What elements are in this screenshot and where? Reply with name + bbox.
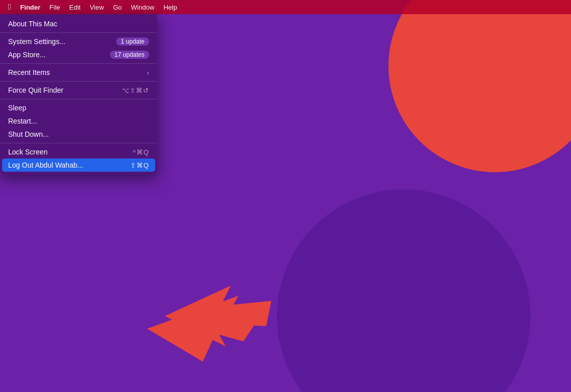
- lock-screen-shortcut: ^⌘Q: [133, 148, 149, 156]
- apple-menu-dropdown: About This Mac System Settings... 1 upda…: [0, 14, 157, 175]
- svg-marker-2: [165, 286, 271, 346]
- menu-item-system-settings[interactable]: System Settings... 1 update: [0, 35, 157, 48]
- menubar-window[interactable]: Window: [127, 3, 158, 12]
- menu-item-shutdown-label: Shut Down...: [8, 130, 149, 138]
- divider-4: [0, 99, 157, 99]
- desktop-blob-dark: [277, 189, 530, 392]
- menu-item-sleep-label: Sleep: [8, 104, 149, 112]
- divider-1: [0, 32, 157, 33]
- red-arrow-annotation: [150, 281, 271, 351]
- menu-item-logout-label: Log Out Abdul Wahab...: [8, 161, 130, 169]
- system-settings-badge: 1 update: [116, 37, 149, 46]
- menu-item-lock-screen[interactable]: Lock Screen ^⌘Q: [0, 145, 157, 159]
- menubar:  Finder File Edit View Go Window Help: [0, 0, 571, 14]
- menu-item-restart[interactable]: Restart...: [0, 114, 157, 128]
- menubar-view[interactable]: View: [86, 3, 108, 12]
- menubar-finder[interactable]: Finder: [16, 3, 45, 12]
- menubar-edit[interactable]: Edit: [65, 3, 85, 12]
- menu-item-shutdown[interactable]: Shut Down...: [0, 128, 157, 141]
- recent-items-arrow-icon: ›: [147, 69, 149, 76]
- divider-2: [0, 63, 157, 64]
- menu-item-force-quit[interactable]: Force Quit Finder ⌥⇧⌘↺: [0, 84, 157, 97]
- menu-item-app-store[interactable]: App Store... 17 updates: [0, 48, 157, 61]
- divider-3: [0, 81, 157, 82]
- app-store-badge: 17 updates: [110, 51, 149, 59]
- desktop-blob-red: [388, 0, 571, 172]
- menu-item-system-settings-label: System Settings...: [8, 37, 116, 46]
- menu-item-app-store-label: App Store...: [8, 51, 110, 59]
- menubar-file[interactable]: File: [46, 3, 64, 12]
- logout-shortcut: ⇧⌘Q: [130, 162, 149, 169]
- menu-item-restart-label: Restart...: [8, 117, 149, 125]
- menu-item-about-label: About This Mac: [8, 20, 149, 28]
- menubar-go[interactable]: Go: [109, 3, 126, 12]
- menu-item-recent-items[interactable]: Recent Items ›: [0, 66, 157, 79]
- menu-item-sleep[interactable]: Sleep: [0, 101, 157, 114]
- menu-item-logout[interactable]: Log Out Abdul Wahab... ⇧⌘Q: [2, 159, 155, 172]
- menubar-help[interactable]: Help: [159, 3, 181, 12]
- menu-item-about[interactable]: About This Mac: [0, 17, 157, 30]
- force-quit-shortcut: ⌥⇧⌘↺: [122, 87, 149, 94]
- menu-item-recent-items-label: Recent Items: [8, 68, 147, 76]
- menu-item-lock-screen-label: Lock Screen: [8, 148, 133, 156]
- divider-5: [0, 143, 157, 143]
- menu-item-force-quit-label: Force Quit Finder: [8, 86, 122, 94]
- apple-menu-button[interactable]: : [4, 3, 15, 12]
